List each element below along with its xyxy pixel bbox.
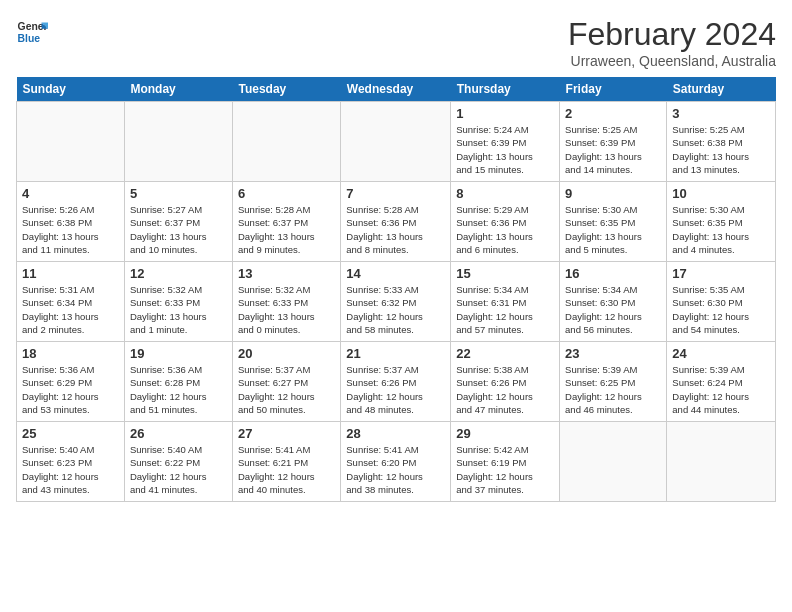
day-number: 13: [238, 266, 335, 281]
table-row: 18Sunrise: 5:36 AM Sunset: 6:29 PM Dayli…: [17, 342, 125, 422]
day-detail: Sunrise: 5:35 AM Sunset: 6:30 PM Dayligh…: [672, 283, 770, 336]
calendar-week-row: 1Sunrise: 5:24 AM Sunset: 6:39 PM Daylig…: [17, 102, 776, 182]
day-number: 19: [130, 346, 227, 361]
day-detail: Sunrise: 5:40 AM Sunset: 6:22 PM Dayligh…: [130, 443, 227, 496]
day-detail: Sunrise: 5:27 AM Sunset: 6:37 PM Dayligh…: [130, 203, 227, 256]
table-row: 29Sunrise: 5:42 AM Sunset: 6:19 PM Dayli…: [451, 422, 560, 502]
table-row: 17Sunrise: 5:35 AM Sunset: 6:30 PM Dayli…: [667, 262, 776, 342]
title-block: February 2024 Urraween, Queensland, Aust…: [568, 16, 776, 69]
logo: General Blue: [16, 16, 48, 48]
day-detail: Sunrise: 5:42 AM Sunset: 6:19 PM Dayligh…: [456, 443, 554, 496]
table-row: 12Sunrise: 5:32 AM Sunset: 6:33 PM Dayli…: [124, 262, 232, 342]
table-row: 24Sunrise: 5:39 AM Sunset: 6:24 PM Dayli…: [667, 342, 776, 422]
col-thursday: Thursday: [451, 77, 560, 102]
table-row: 20Sunrise: 5:37 AM Sunset: 6:27 PM Dayli…: [232, 342, 340, 422]
table-row: 4Sunrise: 5:26 AM Sunset: 6:38 PM Daylig…: [17, 182, 125, 262]
month-title: February 2024: [568, 16, 776, 53]
table-row: [667, 422, 776, 502]
day-detail: Sunrise: 5:37 AM Sunset: 6:27 PM Dayligh…: [238, 363, 335, 416]
day-detail: Sunrise: 5:28 AM Sunset: 6:36 PM Dayligh…: [346, 203, 445, 256]
day-detail: Sunrise: 5:28 AM Sunset: 6:37 PM Dayligh…: [238, 203, 335, 256]
day-number: 1: [456, 106, 554, 121]
day-number: 8: [456, 186, 554, 201]
day-number: 9: [565, 186, 661, 201]
table-row: 8Sunrise: 5:29 AM Sunset: 6:36 PM Daylig…: [451, 182, 560, 262]
day-number: 20: [238, 346, 335, 361]
day-number: 2: [565, 106, 661, 121]
calendar-week-row: 11Sunrise: 5:31 AM Sunset: 6:34 PM Dayli…: [17, 262, 776, 342]
day-number: 11: [22, 266, 119, 281]
table-row: 6Sunrise: 5:28 AM Sunset: 6:37 PM Daylig…: [232, 182, 340, 262]
calendar-week-row: 18Sunrise: 5:36 AM Sunset: 6:29 PM Dayli…: [17, 342, 776, 422]
table-row: 13Sunrise: 5:32 AM Sunset: 6:33 PM Dayli…: [232, 262, 340, 342]
table-row: 11Sunrise: 5:31 AM Sunset: 6:34 PM Dayli…: [17, 262, 125, 342]
day-detail: Sunrise: 5:41 AM Sunset: 6:20 PM Dayligh…: [346, 443, 445, 496]
table-row: 15Sunrise: 5:34 AM Sunset: 6:31 PM Dayli…: [451, 262, 560, 342]
day-number: 25: [22, 426, 119, 441]
table-row: 1Sunrise: 5:24 AM Sunset: 6:39 PM Daylig…: [451, 102, 560, 182]
day-number: 18: [22, 346, 119, 361]
day-number: 21: [346, 346, 445, 361]
col-tuesday: Tuesday: [232, 77, 340, 102]
svg-text:Blue: Blue: [18, 33, 41, 44]
day-detail: Sunrise: 5:37 AM Sunset: 6:26 PM Dayligh…: [346, 363, 445, 416]
table-row: 14Sunrise: 5:33 AM Sunset: 6:32 PM Dayli…: [341, 262, 451, 342]
table-row: 27Sunrise: 5:41 AM Sunset: 6:21 PM Dayli…: [232, 422, 340, 502]
day-number: 17: [672, 266, 770, 281]
table-row: 28Sunrise: 5:41 AM Sunset: 6:20 PM Dayli…: [341, 422, 451, 502]
day-number: 5: [130, 186, 227, 201]
col-monday: Monday: [124, 77, 232, 102]
day-detail: Sunrise: 5:40 AM Sunset: 6:23 PM Dayligh…: [22, 443, 119, 496]
day-detail: Sunrise: 5:41 AM Sunset: 6:21 PM Dayligh…: [238, 443, 335, 496]
day-detail: Sunrise: 5:38 AM Sunset: 6:26 PM Dayligh…: [456, 363, 554, 416]
table-row: [341, 102, 451, 182]
table-row: 10Sunrise: 5:30 AM Sunset: 6:35 PM Dayli…: [667, 182, 776, 262]
day-number: 3: [672, 106, 770, 121]
table-row: 2Sunrise: 5:25 AM Sunset: 6:39 PM Daylig…: [560, 102, 667, 182]
table-row: 7Sunrise: 5:28 AM Sunset: 6:36 PM Daylig…: [341, 182, 451, 262]
calendar-header-row: Sunday Monday Tuesday Wednesday Thursday…: [17, 77, 776, 102]
table-row: 19Sunrise: 5:36 AM Sunset: 6:28 PM Dayli…: [124, 342, 232, 422]
day-detail: Sunrise: 5:30 AM Sunset: 6:35 PM Dayligh…: [565, 203, 661, 256]
day-number: 16: [565, 266, 661, 281]
day-detail: Sunrise: 5:36 AM Sunset: 6:28 PM Dayligh…: [130, 363, 227, 416]
day-detail: Sunrise: 5:24 AM Sunset: 6:39 PM Dayligh…: [456, 123, 554, 176]
table-row: 3Sunrise: 5:25 AM Sunset: 6:38 PM Daylig…: [667, 102, 776, 182]
table-row: 26Sunrise: 5:40 AM Sunset: 6:22 PM Dayli…: [124, 422, 232, 502]
day-detail: Sunrise: 5:25 AM Sunset: 6:38 PM Dayligh…: [672, 123, 770, 176]
col-wednesday: Wednesday: [341, 77, 451, 102]
table-row: 9Sunrise: 5:30 AM Sunset: 6:35 PM Daylig…: [560, 182, 667, 262]
col-sunday: Sunday: [17, 77, 125, 102]
page-header: General Blue February 2024 Urraween, Que…: [16, 16, 776, 69]
table-row: 25Sunrise: 5:40 AM Sunset: 6:23 PM Dayli…: [17, 422, 125, 502]
day-number: 7: [346, 186, 445, 201]
day-number: 10: [672, 186, 770, 201]
day-number: 27: [238, 426, 335, 441]
day-detail: Sunrise: 5:30 AM Sunset: 6:35 PM Dayligh…: [672, 203, 770, 256]
day-number: 23: [565, 346, 661, 361]
day-number: 15: [456, 266, 554, 281]
day-number: 12: [130, 266, 227, 281]
day-number: 6: [238, 186, 335, 201]
col-friday: Friday: [560, 77, 667, 102]
day-number: 26: [130, 426, 227, 441]
table-row: 22Sunrise: 5:38 AM Sunset: 6:26 PM Dayli…: [451, 342, 560, 422]
day-number: 14: [346, 266, 445, 281]
col-saturday: Saturday: [667, 77, 776, 102]
day-detail: Sunrise: 5:33 AM Sunset: 6:32 PM Dayligh…: [346, 283, 445, 336]
logo-icon: General Blue: [16, 16, 48, 48]
day-detail: Sunrise: 5:29 AM Sunset: 6:36 PM Dayligh…: [456, 203, 554, 256]
location-subtitle: Urraween, Queensland, Australia: [568, 53, 776, 69]
calendar-week-row: 25Sunrise: 5:40 AM Sunset: 6:23 PM Dayli…: [17, 422, 776, 502]
table-row: [560, 422, 667, 502]
day-detail: Sunrise: 5:39 AM Sunset: 6:25 PM Dayligh…: [565, 363, 661, 416]
day-number: 28: [346, 426, 445, 441]
day-number: 4: [22, 186, 119, 201]
day-detail: Sunrise: 5:26 AM Sunset: 6:38 PM Dayligh…: [22, 203, 119, 256]
table-row: 23Sunrise: 5:39 AM Sunset: 6:25 PM Dayli…: [560, 342, 667, 422]
day-number: 22: [456, 346, 554, 361]
table-row: [232, 102, 340, 182]
day-detail: Sunrise: 5:36 AM Sunset: 6:29 PM Dayligh…: [22, 363, 119, 416]
day-detail: Sunrise: 5:25 AM Sunset: 6:39 PM Dayligh…: [565, 123, 661, 176]
day-number: 24: [672, 346, 770, 361]
